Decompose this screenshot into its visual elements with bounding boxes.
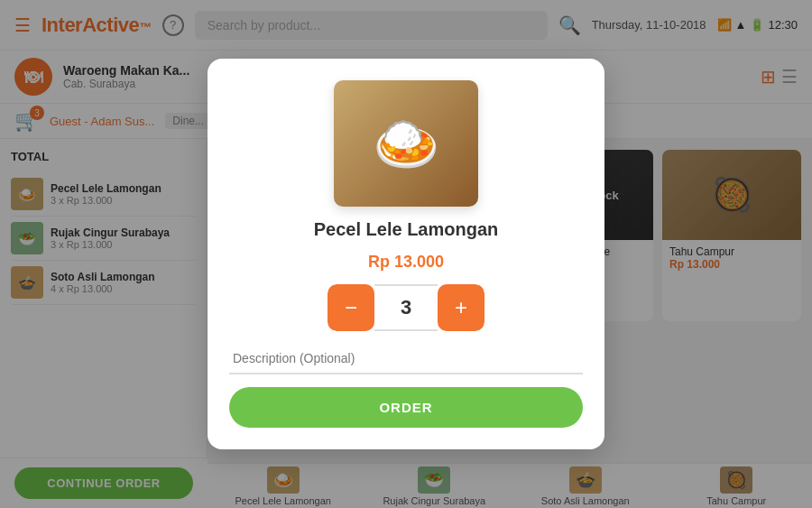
quantity-display: 3 xyxy=(374,284,438,331)
quantity-increase-button[interactable]: + xyxy=(438,284,484,331)
description-input[interactable] xyxy=(229,344,583,374)
modal-title: Pecel Lele Lamongan xyxy=(314,219,499,240)
modal-dialog: 🍛 Pecel Lele Lamongan Rp 13.000 − 3 + OR… xyxy=(208,59,604,449)
order-button[interactable]: ORDER xyxy=(229,387,583,428)
modal-overlay[interactable]: 🍛 Pecel Lele Lamongan Rp 13.000 − 3 + OR… xyxy=(0,0,812,508)
modal-price: Rp 13.000 xyxy=(368,253,444,272)
modal-product-image: 🍛 xyxy=(334,80,478,207)
quantity-controls: − 3 + xyxy=(328,284,484,331)
quantity-decrease-button[interactable]: − xyxy=(328,284,374,331)
